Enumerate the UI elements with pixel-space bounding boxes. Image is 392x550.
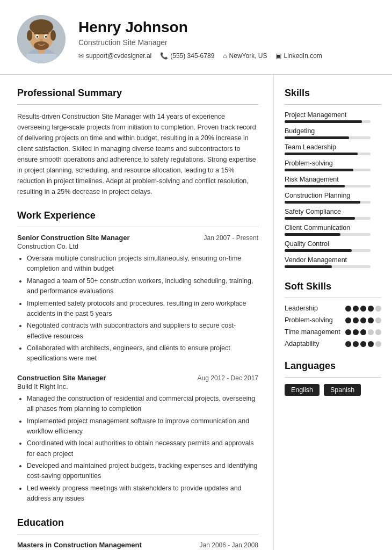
languages-title: Languages <box>285 360 381 372</box>
dot-filled <box>345 317 351 323</box>
job-block: Senior Construction Site ManagerJan 2007… <box>17 234 258 364</box>
soft-skill-item: Time management <box>285 328 381 336</box>
skill-bar-fill <box>285 169 353 171</box>
svg-point-5 <box>30 19 53 34</box>
skill-dots <box>345 341 381 347</box>
soft-skill-name: Problem-solving <box>285 316 345 324</box>
skill-item: Construction Planning <box>285 192 381 204</box>
language-tag: English <box>285 384 320 396</box>
dot-filled <box>360 341 366 347</box>
job-header: Construction Site ManagerAug 2012 - Dec … <box>17 374 258 382</box>
soft-skills-section: Soft Skills LeadershipProblem-solvingTim… <box>285 281 381 348</box>
work-section: Work Experience Senior Construction Site… <box>17 210 258 504</box>
contact-location: ⌂ NewYork, US <box>223 52 267 60</box>
skills-title: Skills <box>285 88 381 99</box>
work-title: Work Experience <box>17 210 258 221</box>
dot-empty <box>375 341 381 347</box>
dot-filled <box>368 306 374 312</box>
list-item: Coordinated with local authorities to ob… <box>27 438 258 459</box>
soft-skills-title: Soft Skills <box>285 281 381 292</box>
soft-skill-item: Problem-solving <box>285 316 381 324</box>
job-bullets: Managed the construction of residential … <box>17 394 258 504</box>
job-dates: Aug 2012 - Dec 2017 <box>198 374 258 382</box>
skill-name: Client Communication <box>285 224 381 231</box>
edu-dates: Jan 2006 - Jan 2008 <box>200 541 258 549</box>
job-header: Senior Construction Site ManagerJan 2007… <box>17 234 258 242</box>
summary-section: Professional Summary Results-driven Cons… <box>17 88 258 197</box>
skill-bar-fill <box>285 217 355 220</box>
skill-bar-fill <box>285 120 362 123</box>
skills-section: Skills Project ManagementBudgetingTeam L… <box>285 88 381 268</box>
header-info: Henry Johnson Construction Site Manager … <box>78 19 322 60</box>
skill-bar-bg <box>285 169 371 171</box>
skill-bar-fill <box>285 201 360 204</box>
skill-bar-bg <box>285 120 371 123</box>
list-item: Managed a team of 50+ construction worke… <box>27 276 258 297</box>
dot-filled <box>353 317 359 323</box>
skill-item: Client Communication <box>285 224 381 236</box>
skill-bar-bg <box>285 217 371 220</box>
contact-info: ✉ support@cvdesigner.ai 📞 (555) 345-6789… <box>78 52 322 60</box>
language-tag: Spanish <box>324 384 361 396</box>
skill-item: Quality Control <box>285 240 381 252</box>
dot-filled <box>345 329 351 335</box>
dot-filled <box>368 317 374 323</box>
skill-bar-fill <box>285 249 352 252</box>
list-item: Negotiated contracts with subcontractors… <box>27 321 258 342</box>
languages-divider <box>285 377 381 378</box>
left-column: Professional Summary Results-driven Cons… <box>0 75 274 550</box>
skill-name: Safety Compliance <box>285 208 381 215</box>
list-item: Collaborated with architects, engineers,… <box>27 343 258 364</box>
list-item: Led weekly progress meetings with stakeh… <box>27 483 258 504</box>
edu-header: Masters in Construction ManagementJan 20… <box>17 541 258 549</box>
job-title: Construction Site Manager <box>17 374 106 382</box>
lang-container: EnglishSpanish <box>285 384 381 396</box>
skill-dots <box>345 317 381 323</box>
skill-name: Budgeting <box>285 127 381 135</box>
skill-item: Team Leadership <box>285 143 381 155</box>
skill-name: Construction Planning <box>285 192 381 199</box>
dot-filled <box>353 341 359 347</box>
skill-bar-fill <box>285 136 349 139</box>
contact-email: ✉ support@cvdesigner.ai <box>78 52 151 60</box>
skill-name: Risk Management <box>285 176 381 183</box>
dot-filled <box>345 341 351 347</box>
skill-bar-fill <box>285 185 345 187</box>
list-item: Developed and maintained project budgets… <box>27 461 258 482</box>
skill-item: Problem-solving <box>285 160 381 171</box>
email-icon: ✉ <box>78 52 84 60</box>
edu-degree: Masters in Construction Management <box>17 541 142 549</box>
dot-empty <box>375 329 381 335</box>
education-section: Education Masters in Construction Manage… <box>17 517 258 551</box>
summary-title: Professional Summary <box>17 88 258 99</box>
skill-bar-bg <box>285 201 371 204</box>
skill-bar-bg <box>285 153 371 155</box>
skills-divider <box>285 104 381 105</box>
dot-filled <box>360 329 366 335</box>
skill-item: Budgeting <box>285 127 381 139</box>
candidate-title: Construction Site Manager <box>78 38 322 47</box>
skill-bar-fill <box>285 153 358 155</box>
svg-point-7 <box>50 30 56 41</box>
education-divider <box>17 534 258 534</box>
skill-bar-fill <box>285 233 340 236</box>
dot-filled <box>345 306 351 312</box>
list-item: Managed the construction of residential … <box>27 394 258 415</box>
soft-skill-name: Time management <box>285 328 345 336</box>
candidate-name: Henry Johnson <box>78 19 322 36</box>
job-company: Build It Right Inc. <box>17 383 258 390</box>
contact-phone: 📞 (555) 345-6789 <box>160 52 214 60</box>
summary-text: Results-driven Construction Site Manager… <box>17 111 258 197</box>
education-title: Education <box>17 517 258 529</box>
location-icon: ⌂ <box>223 52 227 60</box>
soft-skill-item: Adaptability <box>285 340 381 348</box>
list-item: Implemented safety protocols and procedu… <box>27 299 258 320</box>
skill-bar-bg <box>285 233 371 236</box>
soft-skills-divider <box>285 298 381 298</box>
edu-container: Masters in Construction ManagementJan 20… <box>17 541 258 551</box>
svg-rect-2 <box>26 54 56 63</box>
summary-divider <box>17 104 258 105</box>
skill-bar-bg <box>285 265 371 268</box>
skill-bar-bg <box>285 249 371 252</box>
dot-filled <box>353 329 359 335</box>
